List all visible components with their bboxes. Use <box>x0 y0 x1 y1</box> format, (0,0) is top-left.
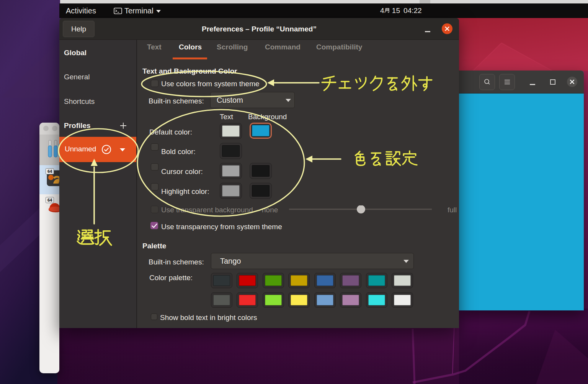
svg-text:64: 64 <box>47 169 52 174</box>
svg-text:64: 64 <box>47 198 52 202</box>
